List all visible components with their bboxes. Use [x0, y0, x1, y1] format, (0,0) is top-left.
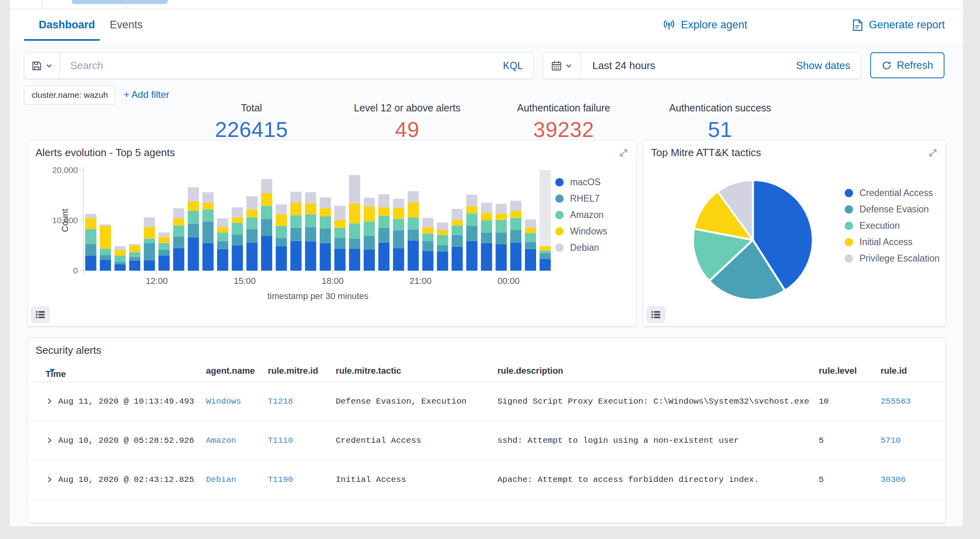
- legend-label: Privilege Escalation: [859, 253, 940, 264]
- refresh-icon: [881, 60, 892, 71]
- list-icon: [650, 309, 662, 321]
- bar-segment-Windows: [217, 227, 228, 232]
- filter-pill-cluster-name[interactable]: cluster.name: wazuh: [24, 85, 115, 105]
- bar-segment-Windows: [408, 202, 419, 218]
- bar-segment-macOS: [408, 240, 419, 271]
- bar-segment-Windows: [335, 220, 346, 228]
- svg-text:Count: Count: [60, 209, 70, 232]
- cell-rule-mitre-id[interactable]: T1218: [268, 397, 293, 406]
- bar-segment-RHEL7: [422, 241, 434, 251]
- bar-segment-macOS: [378, 242, 390, 271]
- date-range-value[interactable]: Last 24 hours: [580, 59, 796, 72]
- expand-icon[interactable]: [927, 147, 938, 159]
- panel-title: Top Mitre ATT&K tactics: [651, 147, 761, 159]
- legend-entry-Debian[interactable]: Debian: [555, 240, 607, 256]
- bar-segment-RHEL7: [540, 253, 551, 259]
- bar-segment-Debian: [158, 232, 170, 237]
- bar-segment-macOS: [129, 261, 141, 271]
- bar-segment-Amazon: [422, 234, 434, 241]
- column-header-rule-mitre-tactic[interactable]: rule.mitre.tactic: [336, 366, 401, 376]
- bar-segment-macOS: [495, 244, 507, 271]
- stat-value[interactable]: 39232: [517, 117, 610, 142]
- legend-dot: [555, 227, 564, 236]
- explore-agent-button[interactable]: Explore agent: [662, 9, 747, 41]
- saved-queries-menu-button[interactable]: [24, 53, 60, 79]
- cell-rule-id[interactable]: 5710: [881, 436, 901, 445]
- expand-row-icon[interactable]: [45, 475, 54, 484]
- search-input[interactable]: Search: [60, 59, 503, 72]
- refresh-button[interactable]: Refresh: [870, 52, 944, 78]
- column-header-rule-level[interactable]: rule.level: [819, 366, 857, 376]
- cell-rule-id[interactable]: 30306: [881, 475, 906, 484]
- column-header-rule-description[interactable]: rule.description: [497, 366, 563, 376]
- bar-segment-RHEL7: [451, 235, 463, 247]
- expand-row-icon[interactable]: [45, 436, 54, 445]
- cell-agent-name[interactable]: Windows: [206, 397, 241, 406]
- bar-segment-Amazon: [495, 220, 507, 233]
- quick-select-menu-button[interactable]: [543, 53, 580, 79]
- bar-segment-macOS: [115, 264, 126, 271]
- bar-segment-RHEL7: [525, 242, 536, 249]
- bar-segment-Amazon: [144, 238, 155, 243]
- bar-segment-RHEL7: [305, 227, 316, 242]
- stat-value[interactable]: 49: [354, 117, 461, 142]
- cell-agent-name[interactable]: Amazon: [206, 436, 236, 445]
- cell-agent-name[interactable]: Debian: [206, 475, 236, 484]
- report-document-icon: [851, 19, 864, 32]
- cell-rule-mitre-id[interactable]: T1190: [268, 475, 293, 484]
- mitre-tactics-pie-chart[interactable]: [687, 174, 819, 306]
- legend-entry-Amazon[interactable]: Amazon: [555, 207, 607, 223]
- stat-value[interactable]: 51: [669, 117, 771, 142]
- legend-entry-Privilege-Escalation[interactable]: Privilege Escalation: [845, 250, 940, 267]
- bar-segment-RHEL7: [129, 257, 141, 261]
- alerts-evolution-bar-chart[interactable]: 010,00020,000Count12:0015:0018:0021:0000…: [34, 161, 564, 307]
- svg-text:timestamp per 30 minutes: timestamp per 30 minutes: [267, 291, 368, 301]
- bar-segment-RHEL7: [261, 219, 272, 236]
- legend-entry-Defense-Evasion[interactable]: Defense Evasion: [845, 201, 940, 218]
- cell-rule-id[interactable]: 255563: [881, 397, 911, 406]
- legend-label: Execution: [859, 220, 900, 231]
- bar-segment-Debian: [451, 209, 463, 220]
- expand-row-icon[interactable]: [45, 397, 54, 406]
- add-filter-button[interactable]: + Add filter: [124, 85, 169, 104]
- column-header-agent-name[interactable]: agent.name: [206, 366, 255, 376]
- cell-rule-mitre-id[interactable]: T1110: [268, 436, 293, 445]
- bar-segment-Windows: [451, 220, 463, 226]
- legend-entry-RHEL7[interactable]: RHEL7: [555, 190, 607, 207]
- bar-segment-Windows: [276, 214, 287, 226]
- legend-toggle-button[interactable]: [31, 306, 50, 323]
- refresh-label: Refresh: [897, 59, 933, 71]
- legend-entry-Credential-Access[interactable]: Credential Access: [845, 185, 940, 201]
- bar-segment-Windows: [129, 246, 141, 252]
- tab-events[interactable]: Events: [110, 9, 143, 41]
- column-header-rule-id[interactable]: rule.id: [881, 366, 907, 376]
- bar-segment-macOS: [246, 242, 257, 271]
- tab-dashboard[interactable]: Dashboard: [39, 9, 95, 41]
- wazuh-dashboard-screen: Dashboard Events Explore agent: [0, 0, 980, 539]
- show-dates-button[interactable]: Show dates: [796, 59, 861, 72]
- cell-rule-mitre-tactic: Defense Evasion, Execution: [336, 397, 467, 406]
- column-header-rule-mitre-id[interactable]: rule.mitre.id: [268, 366, 318, 376]
- bar-segment-macOS: [290, 241, 301, 271]
- legend-entry-Execution[interactable]: Execution: [845, 218, 940, 234]
- generate-report-button[interactable]: Generate report: [851, 9, 945, 41]
- bar-segment-Amazon: [335, 228, 346, 238]
- expand-icon[interactable]: [618, 147, 629, 159]
- stat-value[interactable]: 226415: [215, 117, 288, 142]
- chevron-down-icon: [45, 62, 53, 70]
- kql-toggle[interactable]: KQL: [503, 60, 533, 71]
- bar-segment-Windows: [100, 226, 111, 249]
- bar-segment-Amazon: [100, 249, 111, 255]
- legend-entry-Initial-Access[interactable]: Initial Access: [845, 234, 940, 250]
- bar-segment-RHEL7: [100, 255, 111, 260]
- legend-dot: [555, 211, 564, 219]
- bar-segment-Debian: [495, 204, 507, 213]
- bar-segment-RHEL7: [144, 243, 155, 260]
- bar-segment-RHEL7: [495, 232, 507, 244]
- legend-toggle-button[interactable]: [646, 306, 665, 323]
- legend-entry-Windows[interactable]: Windows: [555, 223, 607, 240]
- bar-segment-RHEL7: [378, 228, 390, 243]
- svg-text:20,000: 20,000: [52, 165, 78, 174]
- legend-dot: [845, 205, 853, 214]
- legend-entry-macOS[interactable]: macOS: [555, 174, 607, 190]
